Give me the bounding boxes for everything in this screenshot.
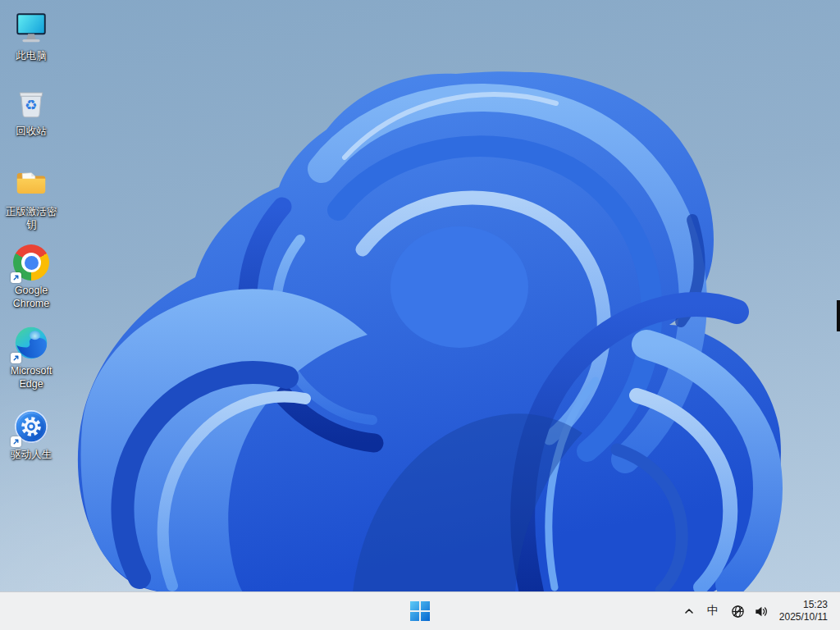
taskbar-clock[interactable]: 15:23 2025/10/11 [774, 599, 835, 623]
desktop-icon-activation-key-folder[interactable]: 正版激活密钥 [2, 165, 61, 231]
svg-text:♻: ♻ [25, 97, 37, 113]
desktop-icon-label: Microsoft Edge [2, 364, 61, 390]
edge-icon [12, 324, 50, 362]
desktop-icon-microsoft-edge[interactable]: Microsoft Edge [2, 324, 61, 390]
chrome-icon [12, 244, 50, 281]
tray-overflow-button[interactable] [677, 596, 701, 626]
globe-no-internet-icon [730, 604, 746, 619]
desktop-icon-label: 回收站 [16, 125, 47, 138]
driver-life-gear-icon [12, 408, 50, 445]
recycle-bin-icon: ♻ [12, 84, 50, 122]
clock-date: 2025/10/11 [779, 611, 828, 623]
desktop-icon-label: 驱动人生 [11, 448, 52, 461]
shortcut-arrow-icon [11, 436, 21, 447]
ime-label: 中 [707, 604, 719, 619]
desktop-icon-label: Google Chrome [2, 284, 61, 310]
desktop-icon-this-pc[interactable]: 此电脑 [2, 9, 61, 62]
start-button[interactable] [404, 595, 436, 628]
network-volume-button[interactable] [724, 596, 774, 626]
taskbar: 中 [0, 591, 840, 630]
desktop-icon-label: 正版激活密钥 [2, 205, 61, 231]
windows-logo-icon [410, 601, 430, 621]
speaker-icon [753, 604, 769, 619]
system-tray: 中 [677, 592, 835, 630]
wallpaper-bloom [0, 0, 840, 592]
folder-icon [12, 165, 50, 203]
shortcut-arrow-icon [11, 272, 21, 283]
this-pc-icon [12, 9, 50, 47]
desktop-icon-recycle-bin[interactable]: ♻ 回收站 [2, 84, 61, 138]
ime-indicator[interactable]: 中 [701, 596, 724, 626]
chevron-up-icon [682, 605, 696, 618]
desktop-icon-label: 此电脑 [16, 49, 47, 62]
desktop-icon-google-chrome[interactable]: Google Chrome [2, 244, 61, 310]
desktop: 此电脑 ♻ 回收站 正版激活密钥 [0, 0, 840, 630]
clock-time: 15:23 [803, 599, 828, 611]
shortcut-arrow-icon [11, 353, 21, 363]
screen-edge-black-bar [837, 300, 840, 331]
desktop-icon-driver-life[interactable]: 驱动人生 [2, 408, 61, 461]
